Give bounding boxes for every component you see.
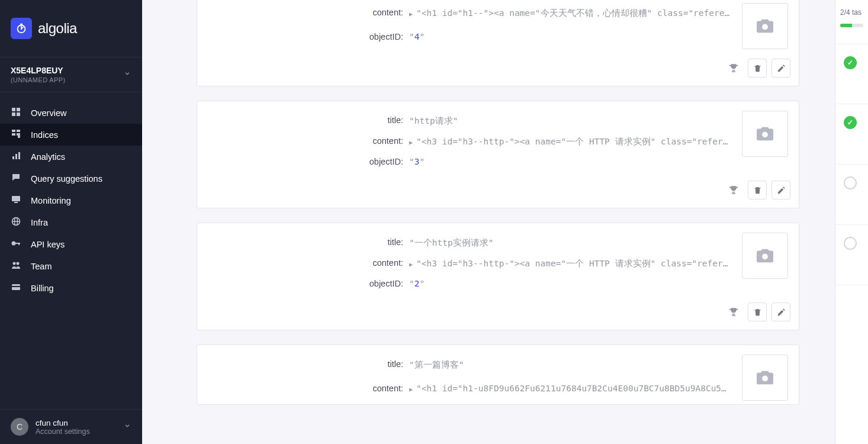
- field-key-objectid: objectID:: [208, 27, 409, 49]
- delete-button[interactable]: [748, 303, 767, 321]
- dashboard-icon: [11, 107, 21, 118]
- nav-label: API keys: [31, 240, 65, 249]
- field-key-title: title:: [208, 111, 409, 131]
- check-done-icon: [844, 56, 857, 69]
- task-item[interactable]: [835, 165, 868, 225]
- nav-item-indices[interactable]: Indices: [0, 124, 142, 146]
- field-key-title: title:: [208, 233, 409, 253]
- expand-icon[interactable]: ▶: [409, 261, 413, 268]
- chevron-down-icon: [123, 422, 131, 432]
- field-key-objectid: objectID:: [208, 274, 409, 293]
- svg-rect-7: [17, 130, 20, 132]
- check-done-icon: [844, 116, 857, 129]
- record-thumbnail[interactable]: [742, 3, 788, 49]
- nav-item-infra[interactable]: Infra: [0, 211, 142, 233]
- record-card: title:"http请求"content:▶"<h3 id="h3--http…: [197, 101, 799, 208]
- field-key-title: title:: [208, 355, 409, 379]
- field-val-content[interactable]: ▶"<h3 id="h3--http-"><a name="一个 HTTP 请求…: [409, 253, 730, 274]
- field-val-objectid: "2": [409, 274, 730, 293]
- nav-item-billing[interactable]: Billing: [0, 277, 142, 299]
- record-thumbnail[interactable]: [742, 233, 788, 279]
- field-val-content[interactable]: ▶"<h3 id="h3--http-"><a name="一个 HTTP 请求…: [409, 131, 730, 152]
- nav-item-analytics[interactable]: Analytics: [0, 146, 142, 168]
- nav-label: Indices: [31, 130, 58, 140]
- record-actions: [197, 175, 799, 208]
- record-actions: [197, 53, 799, 86]
- nav-item-query[interactable]: Query suggestions: [0, 168, 142, 189]
- svg-rect-6: [12, 130, 15, 132]
- svg-rect-8: [12, 133, 15, 136]
- nav-item-team[interactable]: Team: [0, 255, 142, 277]
- nav-label: Overview: [31, 108, 66, 118]
- field-val-content[interactable]: ▶"<h1 id="h1--"><a name="今天天气不错，心情却很糟" c…: [409, 3, 730, 27]
- delete-button[interactable]: [748, 181, 767, 200]
- promote-button[interactable]: [724, 303, 743, 321]
- users-icon: [11, 260, 21, 272]
- record-card: content:▶"<h1 id="h1--"><a name="今天天气不错，…: [197, 0, 799, 86]
- svg-rect-9: [17, 133, 20, 136]
- record-card: title:"一个http实例请求"content:▶"<h3 id="h3--…: [197, 223, 799, 330]
- task-item[interactable]: [835, 225, 868, 285]
- avatar: C: [11, 418, 28, 436]
- svg-point-10: [18, 136, 20, 138]
- svg-point-23: [17, 262, 20, 265]
- nav-label: Infra: [31, 218, 48, 227]
- record-thumbnail[interactable]: [742, 355, 788, 401]
- tasks-progress-label: 2/4 tas: [835, 0, 868, 20]
- delete-button[interactable]: [748, 59, 767, 78]
- svg-rect-2: [12, 108, 15, 111]
- brand-name: algolia: [38, 20, 77, 37]
- svg-rect-5: [17, 112, 20, 116]
- sidebar: algolia X5E4LP8EUY (UNNAMED APP) Overvie…: [0, 0, 142, 444]
- field-val-title: "第一篇博客": [409, 355, 730, 379]
- app-id: X5E4LP8EUY: [11, 66, 66, 75]
- check-todo-icon: [844, 237, 857, 250]
- svg-point-29: [762, 376, 768, 382]
- nav-item-overview[interactable]: Overview: [0, 102, 142, 124]
- svg-rect-3: [17, 108, 20, 111]
- card-icon: [11, 282, 21, 294]
- nav: OverviewIndicesAnalyticsQuery suggestion…: [0, 92, 142, 409]
- app-selector[interactable]: X5E4LP8EUY (UNNAMED APP): [0, 57, 142, 92]
- app-label: (UNNAMED APP): [11, 76, 66, 83]
- field-key-objectid: objectID:: [208, 152, 409, 171]
- nav-item-monitoring[interactable]: Monitoring: [0, 189, 142, 211]
- field-val-objectid: "3": [409, 152, 730, 171]
- chevron-down-icon: [123, 69, 131, 80]
- tasks-rail: 2/4 tas: [835, 0, 868, 444]
- logo-icon: [11, 18, 32, 39]
- task-item[interactable]: [835, 44, 868, 104]
- nav-label: Query suggestions: [31, 174, 102, 184]
- field-val-content[interactable]: ▶"<h1 id="h1-u8FD9u662Fu6211u7684u7B2Cu4…: [409, 379, 730, 401]
- promote-button[interactable]: [724, 181, 743, 200]
- key-icon: [11, 239, 21, 250]
- svg-point-22: [13, 262, 16, 265]
- nav-label: Team: [31, 262, 52, 271]
- expand-icon[interactable]: ▶: [409, 139, 413, 146]
- tasks-progress-bar: [840, 24, 863, 27]
- edit-button[interactable]: [771, 59, 790, 78]
- edit-button[interactable]: [771, 181, 790, 200]
- task-item[interactable]: [835, 104, 868, 165]
- account-menu[interactable]: C cfun cfun Account settings: [0, 409, 142, 444]
- svg-point-28: [762, 254, 768, 260]
- field-key-content: content:: [208, 3, 409, 27]
- expand-icon[interactable]: ▶: [409, 386, 413, 392]
- expand-icon[interactable]: ▶: [409, 11, 413, 17]
- svg-point-19: [12, 242, 16, 246]
- field-val-objectid: "4": [409, 27, 730, 49]
- promote-button[interactable]: [724, 59, 743, 78]
- edit-button[interactable]: [771, 303, 790, 321]
- check-todo-icon: [844, 176, 857, 189]
- field-key-content: content:: [208, 131, 409, 152]
- nav-item-apikeys[interactable]: API keys: [0, 233, 142, 255]
- logo[interactable]: algolia: [0, 0, 142, 57]
- svg-rect-12: [15, 154, 17, 159]
- record-card: title:"第一篇博客"content:▶"<h1 id="h1-u8FD9u…: [197, 345, 799, 405]
- svg-rect-4: [12, 112, 15, 116]
- record-thumbnail[interactable]: [742, 111, 788, 157]
- svg-rect-11: [12, 156, 14, 159]
- field-key-content: content:: [208, 379, 409, 401]
- task-list: [835, 44, 868, 285]
- nav-label: Monitoring: [31, 196, 71, 205]
